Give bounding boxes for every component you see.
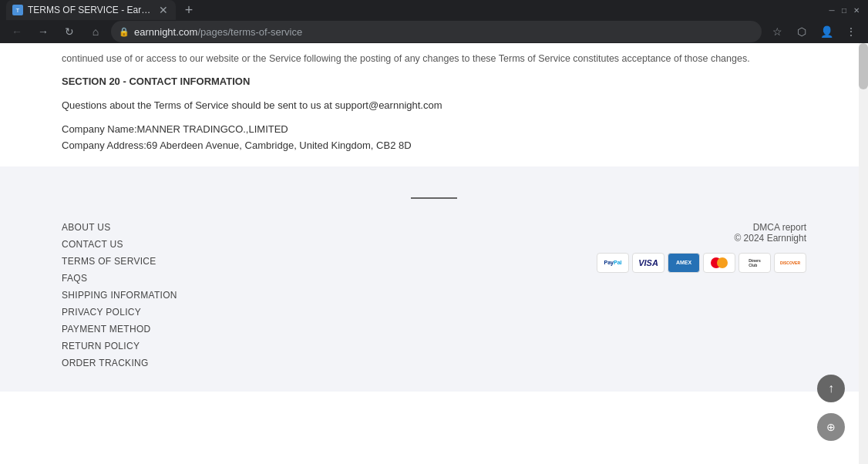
reload-button[interactable]: ↻: [59, 21, 80, 42]
discover-icon: DISCOVER: [774, 253, 806, 273]
amex-icon: AMEX: [668, 253, 700, 273]
footer-link-order-tracking[interactable]: ORDER TRACKING: [62, 358, 177, 368]
page-content: continued use of or access to our websit…: [0, 43, 868, 464]
account-button[interactable]: 👤: [816, 21, 837, 42]
footer-divider: [411, 197, 457, 199]
footer-right: DMCA report © 2024 Earnnight PayPal VISA…: [597, 222, 806, 273]
copyright: © 2024 Earnnight: [734, 233, 806, 244]
footer-link-payment-method[interactable]: PAYMENT METHOD: [62, 324, 177, 335]
nav-right-controls: ☆ ⬡ 👤 ⋮: [766, 21, 862, 42]
footer-link-return-policy[interactable]: RETURN POLICY: [62, 341, 177, 351]
footer-link-faqs[interactable]: FAQS: [62, 273, 177, 284]
extensions-button[interactable]: ⬡: [791, 21, 812, 42]
diners-icon: DinersClub: [738, 253, 771, 273]
minimize-button[interactable]: ─: [826, 5, 837, 15]
footer-link-privacy-policy[interactable]: PRIVACY POLICY: [62, 307, 177, 318]
scrollbar[interactable]: [859, 43, 868, 464]
visa-icon: VISA: [632, 253, 664, 273]
browser-window: T TERMS OF SERVICE - Earnnight ✕ + ─ □ ✕…: [0, 0, 868, 464]
forward-button[interactable]: →: [32, 21, 54, 42]
lock-icon: 🔒: [119, 27, 130, 37]
bookmark-button[interactable]: ☆: [766, 21, 788, 42]
tab-favicon: T: [12, 5, 23, 15]
section20-heading: SECTION 20 - CONTACT INFORMATION: [62, 76, 806, 87]
payment-icons: PayPal VISA AMEX DinersClub DISCOVER: [597, 253, 806, 273]
back-to-top-button[interactable]: ↑: [817, 375, 845, 402]
url-text[interactable]: earnnight.com/pages/terms-of-service: [134, 26, 754, 38]
tab-close-button[interactable]: ✕: [157, 4, 170, 16]
language-widget[interactable]: ⊕: [817, 413, 845, 441]
company-name: Company Name:MANNER TRADINGCO.,LIMITED: [62, 123, 806, 135]
tab-bar: T TERMS OF SERVICE - Earnnight ✕ + ─ □ ✕: [0, 0, 868, 20]
scroll-thumb[interactable]: [859, 43, 868, 89]
footer-legal-text: DMCA report © 2024 Earnnight: [734, 222, 806, 244]
browser-chrome: T TERMS OF SERVICE - Earnnight ✕ + ─ □ ✕…: [0, 0, 868, 43]
new-tab-button[interactable]: +: [179, 0, 199, 20]
footer-content: ABOUT US CONTACT US TERMS OF SERVICE FAQ…: [62, 222, 806, 368]
close-button[interactable]: ✕: [851, 5, 862, 15]
article-area: continued use of or access to our websit…: [0, 51, 868, 151]
company-address: Company Address:69 Aberdeen Avenue, Camb…: [62, 140, 806, 151]
footer-link-terms-of-service[interactable]: TERMS OF SERVICE: [62, 256, 177, 267]
nav-bar: ← → ↻ ⌂ 🔒 earnnight.com/pages/terms-of-s…: [0, 20, 868, 43]
restore-button[interactable]: □: [839, 5, 849, 15]
back-button[interactable]: ←: [6, 21, 28, 42]
intro-paragraph: continued use of or access to our websit…: [62, 51, 806, 66]
address-bar[interactable]: 🔒 earnnight.com/pages/terms-of-service: [111, 21, 762, 42]
paypal-icon: PayPal: [597, 253, 629, 273]
dmca-report[interactable]: DMCA report: [734, 222, 806, 233]
url-domain: earnnight.com: [134, 26, 197, 38]
mastercard-icon: [703, 253, 735, 273]
home-button[interactable]: ⌂: [85, 21, 106, 42]
footer: ABOUT US CONTACT US TERMS OF SERVICE FAQ…: [0, 166, 868, 392]
footer-link-contact-us[interactable]: CONTACT US: [62, 239, 177, 250]
footer-links: ABOUT US CONTACT US TERMS OF SERVICE FAQ…: [62, 222, 177, 368]
window-controls: ─ □ ✕: [826, 5, 862, 15]
tab-title: TERMS OF SERVICE - Earnnight: [28, 5, 153, 15]
url-path: /pages/terms-of-service: [197, 26, 302, 38]
footer-link-about-us[interactable]: ABOUT US: [62, 222, 177, 233]
active-tab[interactable]: T TERMS OF SERVICE - Earnnight ✕: [6, 0, 176, 20]
contact-paragraph: Questions about the Terms of Service sho…: [62, 98, 806, 114]
footer-link-shipping-information[interactable]: SHIPPING INFORMATION: [62, 290, 177, 301]
more-button[interactable]: ⋮: [840, 21, 862, 42]
